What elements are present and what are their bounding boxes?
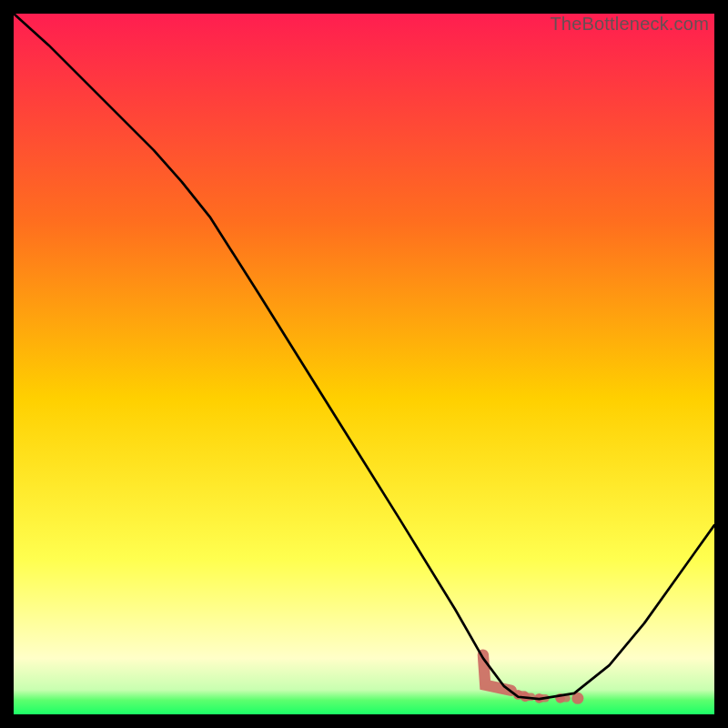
chart-frame: TheBottleneck.com (0, 0, 728, 728)
gradient-background (14, 14, 714, 714)
svg-rect-0 (14, 14, 714, 714)
plot-area: TheBottleneck.com (14, 14, 714, 714)
